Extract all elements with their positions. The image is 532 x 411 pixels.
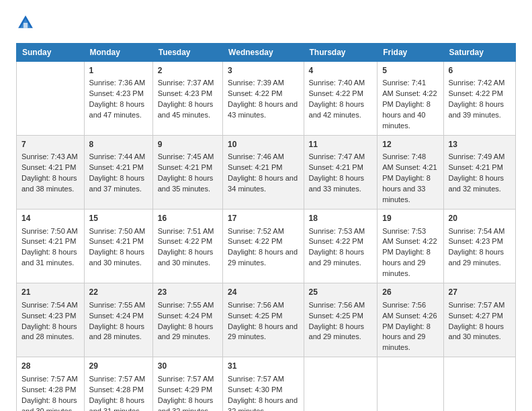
weekday-header-thursday: Thursday xyxy=(304,44,378,62)
calendar-cell: 22Sunrise: 7:55 AM Sunset: 4:24 PM Dayli… xyxy=(84,283,152,357)
day-info: Daylight: 8 hours xyxy=(158,396,214,404)
day-info: and 47 minutes. xyxy=(89,111,142,119)
day-info: Sunrise: 7:37 AM xyxy=(158,79,214,87)
day-info: and 31 minutes. xyxy=(89,407,142,411)
day-info: and 29 minutes. xyxy=(449,259,501,267)
day-number: 12 xyxy=(382,139,438,150)
day-info: Sunrise: 7:50 AM xyxy=(89,227,146,235)
calendar-cell: 25Sunrise: 7:56 AM Sunset: 4:25 PM Dayli… xyxy=(304,283,378,357)
day-info: Sunrise: 7:47 AM xyxy=(309,152,365,161)
day-number: 18 xyxy=(309,213,373,224)
day-info: Sunset: 4:23 PM xyxy=(449,237,503,245)
day-number: 27 xyxy=(449,287,511,298)
day-info: and 30 minutes. xyxy=(158,259,210,267)
day-info: Daylight: 8 hours xyxy=(158,174,214,182)
day-info: Sunrise: 7:54 AM xyxy=(21,301,78,309)
day-info: Daylight: 8 hours xyxy=(89,248,145,256)
calendar-week-row: 1Sunrise: 7:36 AM Sunset: 4:23 PM Daylig… xyxy=(17,62,516,136)
day-info: Daylight: 8 hours xyxy=(89,100,145,108)
day-number: 30 xyxy=(158,361,218,372)
calendar-header: SundayMondayTuesdayWednesdayThursdayFrid… xyxy=(17,44,516,62)
day-info: Sunset: 4:22 PM xyxy=(309,89,363,97)
day-info: Daylight: 8 hours xyxy=(309,322,365,330)
day-info: and 29 minutes. xyxy=(158,332,210,340)
day-info: Daylight: 8 hours xyxy=(449,174,504,182)
day-info: Daylight: 8 hours xyxy=(449,322,504,330)
day-info: and 32 minutes. xyxy=(158,407,210,411)
calendar-cell: 14Sunrise: 7:50 AM Sunset: 4:21 PM Dayli… xyxy=(17,210,85,283)
day-number: 8 xyxy=(89,139,148,150)
calendar-cell: 15Sunrise: 7:50 AM Sunset: 4:21 PM Dayli… xyxy=(84,210,152,283)
day-info: and 31 minutes. xyxy=(21,259,74,267)
day-info: and 29 minutes. xyxy=(309,259,361,267)
day-info: Sunset: 4:23 PM xyxy=(158,89,212,97)
day-info: Sunset: 4:24 PM xyxy=(89,312,144,320)
day-info: and 28 minutes. xyxy=(89,332,142,340)
day-info: Daylight: 8 hours xyxy=(89,174,145,182)
day-info: and 45 minutes. xyxy=(158,111,210,119)
calendar-cell xyxy=(304,357,378,411)
day-info: Daylight: 8 hours xyxy=(158,322,214,330)
calendar-cell: 19Sunrise: 7:53 AM Sunset: 4:22 PM Dayli… xyxy=(378,210,443,283)
calendar-cell: 1Sunrise: 7:36 AM Sunset: 4:23 PM Daylig… xyxy=(84,62,152,136)
day-info: Sunrise: 7:39 AM xyxy=(228,79,284,87)
weekday-header-tuesday: Tuesday xyxy=(152,44,222,62)
day-info: Sunrise: 7:54 AM xyxy=(449,227,505,235)
calendar-cell: 3Sunrise: 7:39 AM Sunset: 4:22 PM Daylig… xyxy=(223,62,304,136)
day-info: Sunrise: 7:46 AM xyxy=(228,152,284,161)
day-info: Sunset: 4:21 PM xyxy=(89,163,144,171)
day-info: Daylight: 8 hours xyxy=(309,174,365,182)
day-number: 25 xyxy=(309,287,373,298)
day-number: 7 xyxy=(21,139,79,150)
day-info: Sunrise: 7:45 AM xyxy=(158,152,214,161)
day-info: Sunset: 4:21 PM xyxy=(449,163,503,171)
day-number: 19 xyxy=(382,213,438,224)
day-info: Sunset: 4:28 PM xyxy=(21,385,76,394)
calendar-cell: 21Sunrise: 7:54 AM Sunset: 4:23 PM Dayli… xyxy=(17,283,85,357)
weekday-header-row: SundayMondayTuesdayWednesdayThursdayFrid… xyxy=(17,44,516,62)
day-info: and 38 minutes. xyxy=(21,185,74,193)
day-info: Daylight: 8 hours xyxy=(158,100,214,108)
day-info: Sunset: 4:22 PM xyxy=(228,89,282,97)
day-info: Sunrise: 7:56 AM xyxy=(228,301,284,309)
calendar-cell xyxy=(378,357,443,411)
calendar-cell: 11Sunrise: 7:47 AM Sunset: 4:21 PM Dayli… xyxy=(304,136,378,210)
page-header xyxy=(16,13,516,32)
day-info: Sunrise: 7:51 AM xyxy=(158,227,214,235)
day-info: Sunrise: 7:57 AM xyxy=(158,375,214,383)
day-info: Sunset: 4:21 PM xyxy=(89,237,144,245)
day-info: Sunset: 4:21 PM xyxy=(228,163,282,171)
day-info: Daylight: 8 hours xyxy=(228,174,283,182)
weekday-header-monday: Monday xyxy=(84,44,152,62)
calendar-cell xyxy=(443,357,515,411)
calendar-body: 1Sunrise: 7:36 AM Sunset: 4:23 PM Daylig… xyxy=(17,62,516,412)
day-number: 11 xyxy=(309,139,373,150)
day-info: Daylight: 8 hours xyxy=(309,100,365,108)
day-info: and 28 minutes. xyxy=(21,332,74,340)
day-number: 2 xyxy=(158,65,218,77)
day-info: Daylight: 8 hours xyxy=(21,322,77,330)
day-info: Daylight: 8 hours xyxy=(228,396,283,404)
day-number: 26 xyxy=(382,287,438,298)
day-info: Sunrise: 7:42 AM xyxy=(449,79,505,87)
day-number: 29 xyxy=(89,361,148,372)
day-info: Sunset: 4:21 PM xyxy=(21,237,76,245)
day-number: 23 xyxy=(158,287,218,298)
day-number: 22 xyxy=(89,287,148,298)
day-info: Daylight: 8 hours xyxy=(228,248,283,256)
day-info: Sunset: 4:27 PM xyxy=(449,312,503,320)
day-info: and 32 minutes. xyxy=(449,185,501,193)
calendar-cell: 18Sunrise: 7:53 AM Sunset: 4:22 PM Dayli… xyxy=(304,210,378,283)
weekday-header-sunday: Sunday xyxy=(17,44,85,62)
day-info: and 33 minutes. xyxy=(309,185,361,193)
day-info: Sunrise: 7:44 AM xyxy=(89,152,146,161)
logo-icon xyxy=(16,13,35,32)
day-number: 5 xyxy=(382,65,438,77)
calendar-cell: 24Sunrise: 7:56 AM Sunset: 4:25 PM Dayli… xyxy=(223,283,304,357)
day-info: and 30 minutes. xyxy=(89,259,142,267)
day-info: Daylight: 8 hours xyxy=(89,396,145,404)
weekday-header-wednesday: Wednesday xyxy=(223,44,304,62)
day-info: Daylight: 8 hours xyxy=(449,100,504,108)
day-number: 14 xyxy=(21,213,79,224)
day-info: Sunset: 4:21 PM xyxy=(21,163,76,171)
